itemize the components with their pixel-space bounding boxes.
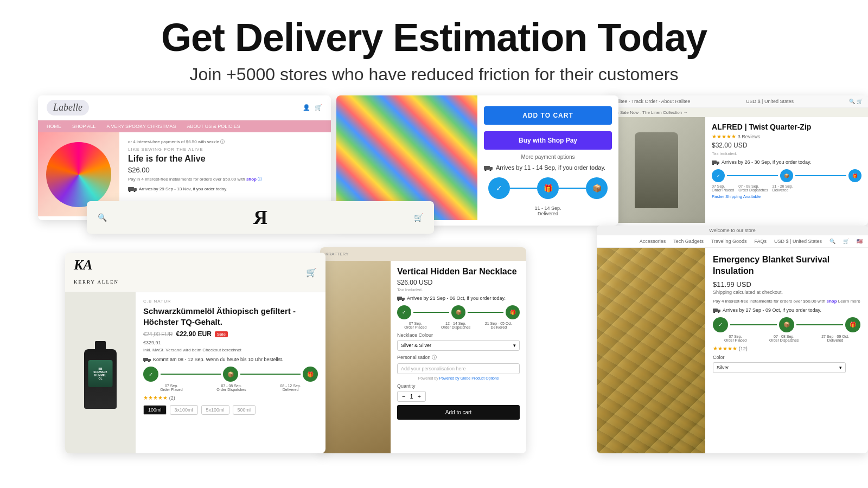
ka-details: C.B NATUR Schwarzkümmelöl Äthiopisch gef… [136,292,326,453]
er-color-label: Color [713,355,860,360]
nc-tax: Tax Included. [397,287,520,292]
cart-icon-er[interactable]: 🛒 [843,239,849,244]
step-check: ✓ [488,177,510,199]
oil-bottle: BBSCHWARZKÜMMELÖL [84,349,117,409]
svg-rect-13 [148,359,151,361]
alfred-nav: Lalitee · Track Order · About Ralitee US… [608,95,868,108]
ka-steps: ✓ 📦 🎁 [143,367,318,382]
alfred-product-image [608,117,705,223]
qty-plus[interactable]: + [418,393,421,400]
svg-rect-20 [713,309,718,312]
er-date-1: 07 Sep.Order Placed [724,335,746,342]
product-price: $26.00 [128,166,322,174]
svg-rect-9 [717,162,719,164]
er-step-line-1 [730,324,777,325]
er-step-2: 📦 [779,317,794,332]
nav-accessories[interactable]: Accessories [640,239,666,244]
qty-value: 1 [410,393,413,400]
ka-nav: KAKERRY ALLEN 🛒 [65,253,326,292]
delivery-text: Arrives by 29 Sep - 13 Nov, if you order… [139,187,227,191]
nav-faqs[interactable]: FAQs [755,239,767,244]
nc-content: Vertical Hidden Bar Necklace $26.00 USD … [320,261,526,453]
user-icon: 👤 [303,104,310,111]
add-to-cart-button[interactable]: ADD TO CART [484,106,612,125]
truck-icon-er [713,307,720,313]
welcome-bar: Welcome to our store [597,226,868,235]
labelle-nav: Labelle 👤 🛒 [38,95,331,120]
nc-brand-header: KRAFTERY [320,247,526,261]
er-step-dates: 07 Sep.Order Placed 07 - 08 Sep.Order Di… [713,335,860,342]
svg-rect-21 [718,310,720,312]
er-shipping: Shipping calculated at checkout. [713,290,860,295]
sezzle-text: or 4 interest-free payments of $6.50 wit… [128,139,322,145]
ka-sizes: 100ml 3x100ml 5x100ml 500ml [143,405,318,415]
ka-arrival: Kommt am 08 - 12 Sep. Wenn du heute bis … [143,357,318,362]
nc-steps: ✓ 📦 🎁 [397,305,520,319]
ka-size-300ml[interactable]: 3x100ml [170,405,198,415]
nc-color-label: Necklace Colour [397,332,520,338]
ka-arrival-text: Kommt am 08 - 12 Sep. Wenn du heute bis … [153,357,283,362]
step-line-2 [559,188,586,189]
er-arrives: Arrives by 27 Sep - 09 Oct, if you order… [713,307,860,313]
alfred-dates: 07 Sep.Order Placed 07 - 08 Sep.Order Di… [712,184,861,192]
nc-date-1: 07 Sep.Order Placed [404,322,426,329]
shop-pay-button[interactable]: Buy with Shop Pay [484,131,612,150]
nav-shop: SHOP ALL [72,124,95,129]
nc-step-2: 📦 [451,305,465,319]
alfred-step-1: ✓ [712,169,725,182]
arrives-text: Arrives by 11 - 14 Sep, if you order tod… [477,164,618,171]
er-price: $11.99 USD [713,280,860,288]
svg-rect-16 [397,297,402,300]
alfred-step-2: 📦 [780,169,793,182]
nc-price: $26.00 USD [397,279,520,286]
er-date-2: 07 - 08 Sep.Order Dispatches [769,335,799,342]
er-arrives-text: Arrives by 27 Sep - 09 Oct, if you order… [723,307,821,313]
nav-tech[interactable]: Tech Gadgets [673,239,704,244]
er-step-3: 🎁 [845,317,860,332]
svg-rect-17 [402,298,405,300]
globe-link[interactable]: Powered by Globe Product Options [439,376,499,380]
ka-size-500ml[interactable]: 5x100ml [201,405,229,415]
ka-size-500ml-single[interactable]: 500ml [233,405,256,415]
svg-rect-12 [143,358,148,361]
currency-selector[interactable]: USD $ | United States [774,239,822,244]
er-step-1: ✓ [713,317,728,332]
alfred-sale-banner: On Sale Now - The Linen Collection → [608,108,868,117]
screenshots-container: Labelle 👤 🛒 HOME SHOP ALL A VERY SPOOKY … [0,95,868,453]
ka-content: BBSCHWARZKÜMMELÖL C.B NATUR Schwarzkümme… [65,292,326,453]
alfred-title: ALFRED | Twist Quarter-Zip [712,123,861,131]
ka-size-100ml[interactable]: 100ml [143,405,167,415]
card-necklace: KRAFTERY Vertical Hidden Bar Necklace $2… [320,247,526,453]
nc-qty-control[interactable]: − 1 + [397,391,426,402]
svg-rect-8 [712,160,717,164]
truck-icon-nc [397,296,405,301]
ka-date-1: 07 Sep.Order Placed [160,384,182,391]
product-title: Life is for the Alive [128,154,322,164]
ka-date-3: 08 - 12 Sep.Delivered [280,384,301,391]
nc-add-cart-button[interactable]: Add to cart [397,405,520,420]
delivery-badge: Arrives by 29 Sep - 13 Nov, if you order… [128,185,322,192]
product-category: LIKE SEWING FOR THE ALIVE [128,147,322,152]
labelle-pink-nav: HOME SHOP ALL A VERY SPOOKY CHRISTMAS AB… [38,120,331,132]
nc-personalization-input[interactable]: Add your personalisation here [397,363,520,374]
arrives-date: Arrives by 11 - 14 Sep, if you order tod… [496,164,605,171]
nc-color-select[interactable]: Silver & Silver ▾ [397,340,520,351]
qty-minus[interactable]: − [402,393,405,400]
shopify-link[interactable]: shop [826,299,837,304]
ka-reviews: €329,91 [143,340,318,345]
installment-text: Pay in 4 interest-free installments for … [128,176,322,182]
nav-travel[interactable]: Traveling Goods [711,239,747,244]
svg-rect-1 [134,188,137,191]
ka-brand: C.B NATUR [143,299,318,304]
search-icon-er[interactable]: 🔍 [829,239,835,244]
alfred-tag: Tax included. [712,151,861,156]
alfred-content: ALFRED | Twist Quarter-Zip ★★★★★ 3 Revie… [608,117,868,223]
alfred-currency: USD $ | United States [746,99,794,104]
ka-sale-badge: Sale [215,331,228,337]
alfred-faster: Faster Shipping Available [712,194,861,199]
er-product-image [597,248,705,453]
nc-step-line-2 [468,312,503,313]
step-box: 📦 [586,177,608,199]
nc-title: Vertical Hidden Bar Necklace [397,266,520,277]
er-color-select[interactable]: Silver ▾ [713,362,846,373]
